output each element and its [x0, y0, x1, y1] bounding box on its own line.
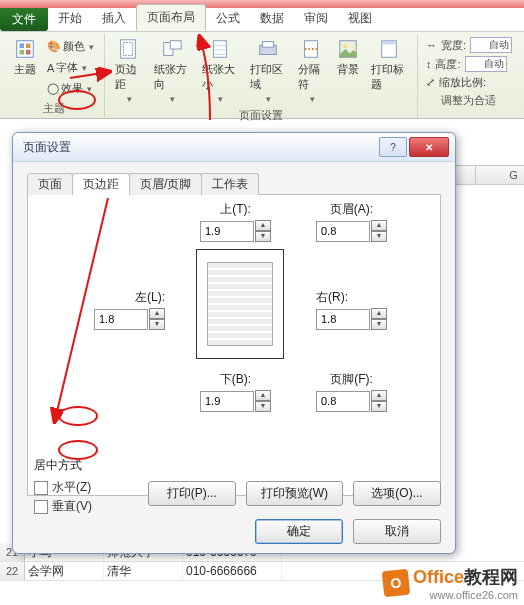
- spin-down-icon[interactable]: ▼: [255, 231, 271, 242]
- scale-icon: ⤢: [426, 76, 435, 89]
- breaks-icon: [300, 38, 322, 60]
- orientation-button[interactable]: 纸张方向: [150, 36, 194, 106]
- svg-rect-11: [262, 42, 273, 48]
- effects-button[interactable]: ◯效果: [44, 80, 97, 97]
- dialog-tabs: 页面 页边距 页眉/页脚 工作表: [27, 172, 441, 195]
- themes-icon: [14, 38, 36, 60]
- cancel-button[interactable]: 取消: [353, 519, 441, 544]
- tab-insert[interactable]: 插入: [92, 6, 136, 31]
- dlg-tab-headerfooter[interactable]: 页眉/页脚: [129, 173, 202, 195]
- tab-home[interactable]: 开始: [48, 6, 92, 31]
- ok-button[interactable]: 确定: [255, 519, 343, 544]
- group-themes: 主题 🎨颜色 A字体 ◯效果 主题: [4, 34, 105, 118]
- footer-spinner[interactable]: ▲▼: [316, 390, 387, 412]
- spin-up-icon[interactable]: ▲: [371, 308, 387, 319]
- tab-data[interactable]: 数据: [250, 6, 294, 31]
- center-label: 居中方式: [34, 457, 92, 474]
- tab-review[interactable]: 审阅: [294, 6, 338, 31]
- svg-rect-8: [170, 41, 181, 49]
- scale-height-row[interactable]: ↕高度:自动: [424, 55, 514, 73]
- spin-up-icon[interactable]: ▲: [371, 390, 387, 401]
- spin-down-icon[interactable]: ▼: [149, 319, 165, 330]
- svg-rect-4: [26, 50, 31, 55]
- right-label: 右(R):: [316, 289, 348, 306]
- spin-down-icon[interactable]: ▼: [371, 231, 387, 242]
- margins-pane: 上(T): ▲▼ 页眉(A): ▲▼ 左(L): ▲▼ 右(R): ▲▼ 下(B…: [27, 195, 441, 496]
- header-label: 页眉(A):: [330, 201, 373, 218]
- breaks-button[interactable]: 分隔符: [294, 36, 329, 106]
- right-input[interactable]: [316, 309, 370, 330]
- spin-up-icon[interactable]: ▲: [255, 220, 271, 231]
- dialog-titlebar[interactable]: 页面设置 ? ✕: [13, 133, 455, 162]
- cell[interactable]: 会学网: [25, 562, 104, 580]
- svg-rect-2: [26, 44, 31, 49]
- dlg-tab-sheet[interactable]: 工作表: [201, 173, 259, 195]
- scale-width-row[interactable]: ↔宽度:自动: [424, 36, 514, 54]
- watermark: O Office教程网 www.office26.com: [383, 565, 518, 601]
- print-area-button[interactable]: 打印区域: [246, 36, 290, 106]
- svg-rect-12: [305, 41, 318, 58]
- spin-down-icon[interactable]: ▼: [371, 401, 387, 412]
- left-label: 左(L):: [135, 289, 165, 306]
- col-g[interactable]: G: [476, 166, 524, 184]
- file-tab[interactable]: 文件: [0, 8, 48, 31]
- print-titles-label: 打印标题: [371, 62, 407, 92]
- help-button[interactable]: ?: [379, 137, 407, 157]
- print-area-label: 打印区域: [250, 62, 286, 92]
- group-scale: ↔宽度:自动 ↕高度:自动 ⤢缩放比例: 调整为合适: [418, 34, 520, 118]
- spin-down-icon[interactable]: ▼: [255, 401, 271, 412]
- header-spinner[interactable]: ▲▼: [316, 220, 387, 242]
- scale-label: 缩放比例:: [439, 75, 486, 90]
- spin-up-icon[interactable]: ▲: [149, 308, 165, 319]
- background-button[interactable]: 背景: [333, 36, 363, 106]
- header-input[interactable]: [316, 221, 370, 242]
- spin-down-icon[interactable]: ▼: [371, 319, 387, 330]
- dialog-action-row-2: 确定 取消: [13, 519, 455, 544]
- bottom-input[interactable]: [200, 391, 254, 412]
- orientation-label: 纸张方向: [154, 62, 190, 92]
- print-button[interactable]: 打印(P)...: [148, 481, 236, 506]
- colors-label: 颜色: [63, 39, 85, 54]
- breaks-label: 分隔符: [298, 62, 325, 92]
- width-value[interactable]: 自动: [470, 37, 512, 53]
- top-label: 上(T):: [220, 201, 251, 218]
- width-icon: ↔: [426, 39, 437, 51]
- width-label: 宽度:: [441, 38, 466, 53]
- tab-formulas[interactable]: 公式: [206, 6, 250, 31]
- cell[interactable]: 010-6666666: [183, 562, 282, 580]
- top-input[interactable]: [200, 221, 254, 242]
- row-header[interactable]: 22: [0, 562, 25, 580]
- fonts-button[interactable]: A字体: [44, 59, 97, 76]
- orientation-icon: [161, 38, 183, 60]
- tab-page-layout[interactable]: 页面布局: [136, 4, 206, 31]
- close-button[interactable]: ✕: [409, 137, 449, 157]
- print-titles-button[interactable]: 打印标题: [367, 36, 411, 106]
- footer-input[interactable]: [316, 391, 370, 412]
- background-icon: [337, 38, 359, 60]
- tab-view[interactable]: 视图: [338, 6, 382, 31]
- dlg-tab-margins[interactable]: 页边距: [72, 173, 130, 195]
- themes-label: 主题: [14, 62, 36, 77]
- bottom-spinner[interactable]: ▲▼: [200, 390, 271, 412]
- spin-up-icon[interactable]: ▲: [255, 390, 271, 401]
- print-preview-button[interactable]: 打印预览(W): [246, 481, 343, 506]
- height-icon: ↕: [426, 58, 432, 70]
- dialog-title: 页面设置: [23, 139, 379, 156]
- size-button[interactable]: 纸张大小: [198, 36, 242, 106]
- left-input[interactable]: [94, 309, 148, 330]
- fonts-label: 字体: [56, 60, 78, 75]
- left-spinner[interactable]: ▲▼: [94, 308, 165, 330]
- margins-icon: [117, 38, 139, 60]
- colors-button[interactable]: 🎨颜色: [44, 38, 97, 55]
- margin-preview: [196, 249, 284, 359]
- dlg-tab-page[interactable]: 页面: [27, 173, 73, 195]
- spin-up-icon[interactable]: ▲: [371, 220, 387, 231]
- margins-button[interactable]: 页边距: [111, 36, 146, 106]
- cell[interactable]: 清华: [104, 562, 183, 580]
- themes-button[interactable]: 主题: [10, 36, 40, 99]
- options-button[interactable]: 选项(O)...: [353, 481, 441, 506]
- height-value[interactable]: 自动: [465, 56, 507, 72]
- scale-percent-row[interactable]: ⤢缩放比例:: [424, 74, 514, 91]
- right-spinner[interactable]: ▲▼: [316, 308, 387, 330]
- top-spinner[interactable]: ▲▼: [200, 220, 271, 242]
